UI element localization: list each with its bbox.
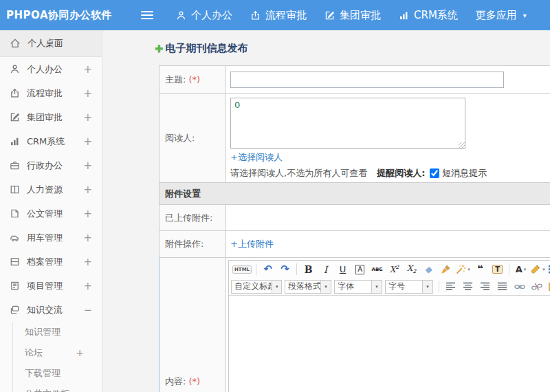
toolbar-separator: [509, 263, 509, 275]
brush-icon: [441, 264, 451, 274]
nav-group-approval[interactable]: 集团审批: [316, 0, 390, 30]
sidebar-item-group-approval[interactable]: 集团审批+: [0, 105, 102, 129]
font-border-button[interactable]: A: [352, 263, 368, 276]
superscript-button[interactable]: X2: [386, 263, 402, 276]
content-label: 内容:: [165, 376, 186, 386]
attachment-action-label: 附件操作:: [165, 239, 204, 249]
nav-crm-system[interactable]: CRM系统: [390, 0, 467, 30]
nav-process-approval[interactable]: 流程审批: [241, 0, 316, 30]
sidebar-item-personal-office[interactable]: 个人办公+: [0, 57, 102, 81]
sidebar-item-document-mgmt[interactable]: 公文管理+: [0, 202, 102, 226]
undo-icon: ↶: [263, 264, 272, 274]
expand-icon[interactable]: +: [83, 256, 92, 268]
readers-textarea[interactable]: 0: [230, 98, 465, 149]
expand-icon[interactable]: +: [83, 160, 92, 172]
sidebar-item-knowledge-exchange[interactable]: 知识交流−: [0, 298, 102, 322]
paste-text-button[interactable]: T: [490, 263, 505, 276]
editor-content-area[interactable]: [229, 296, 550, 392]
caret-down-icon[interactable]: ▾: [320, 281, 331, 293]
sidebar-item-personal-desktop[interactable]: 个人桌面: [0, 30, 102, 57]
subscript-button[interactable]: X2: [404, 263, 419, 276]
expand-icon[interactable]: +: [83, 87, 92, 100]
upload-attachment-link[interactable]: +上传附件: [230, 239, 274, 249]
unlink-button[interactable]: [529, 280, 544, 294]
insert-image-button[interactable]: [546, 280, 550, 294]
main-content: ✚ 电子期刊信息发布 主题: (*) 阅读人: 0 +选择阅读: [102, 30, 550, 392]
align-left-button[interactable]: [443, 280, 459, 294]
toolbar-separator: [296, 263, 297, 275]
sidebar-item-project-mgmt[interactable]: 项目管理+: [0, 274, 102, 298]
align-center-icon: [463, 281, 473, 292]
uploaded-attachments-label: 已上传附件:: [165, 213, 212, 223]
expand-icon[interactable]: +: [83, 135, 92, 148]
nav-personal-office[interactable]: 个人办公: [167, 0, 241, 30]
sidebar-subitem-forum[interactable]: 论坛+: [13, 342, 102, 363]
underline-button[interactable]: U: [335, 263, 351, 276]
select-value: 字号: [386, 281, 405, 292]
sidebar-item-archive-mgmt[interactable]: 档案管理+: [0, 250, 102, 274]
highlight-button[interactable]: ▾: [530, 263, 546, 276]
sidebar-subitem-download-mgmt[interactable]: 下载管理: [13, 363, 102, 384]
topbar-nav: 个人办公流程审批集团审批CRM系统更多应用▾: [167, 0, 536, 30]
expand-icon[interactable]: +: [83, 63, 92, 76]
font-family-select[interactable]: 字体▾: [334, 280, 382, 294]
sidebar-subitem-label: 知识管理: [25, 326, 60, 338]
toolbar-separator: [256, 263, 256, 275]
expand-icon[interactable]: +: [83, 111, 92, 124]
sidebar-item-vehicle-mgmt[interactable]: 用车管理+: [0, 226, 102, 250]
expand-icon[interactable]: +: [83, 184, 92, 196]
blockquote-button[interactable]: ❝: [472, 263, 488, 276]
expand-icon[interactable]: +: [83, 280, 92, 292]
sms-remind-checkbox[interactable]: [430, 168, 439, 178]
nav-more-apps[interactable]: 更多应用▾: [467, 0, 536, 30]
sidebar-item-admin-office[interactable]: 行政办公+: [0, 153, 102, 177]
redo-icon: ↷: [280, 264, 289, 274]
select-readers-link[interactable]: +选择阅读人: [230, 152, 283, 162]
paragraph-select[interactable]: 段落格式▾: [285, 280, 331, 294]
toolbar-separator: [439, 281, 439, 292]
auto-typeset-button[interactable]: ▾: [455, 263, 471, 276]
sidebar-item-label: CRM系统: [27, 135, 83, 148]
font-size-select[interactable]: 字号▾: [385, 280, 433, 294]
chart-icon: [399, 10, 409, 21]
undo-button[interactable]: ↶: [260, 263, 276, 276]
italic-button[interactable]: I: [318, 263, 333, 276]
link-button[interactable]: [512, 280, 527, 294]
expand-icon[interactable]: +: [76, 347, 84, 358]
eraser-button[interactable]: ◆: [421, 263, 437, 276]
align-center-button[interactable]: [460, 280, 476, 294]
caret-down-icon[interactable]: ▾: [422, 281, 432, 293]
sidebar-subitem-public-cabinet[interactable]: 公共文件柜: [13, 384, 102, 392]
doc-icon: [10, 208, 20, 219]
sidebar-item-label: 用车管理: [27, 232, 83, 244]
font-color-button[interactable]: A▾: [513, 263, 529, 276]
sidebar-subitem-knowledge-mgmt[interactable]: 知识管理: [13, 322, 102, 342]
align-right-button[interactable]: [477, 280, 493, 294]
sidebar-item-label: 人力资源: [27, 184, 83, 196]
topbar: PHPOA协同办公软件 个人办公流程审批集团审批CRM系统更多应用▾: [0, 0, 550, 30]
attachment-section-row: 附件设置: [160, 183, 550, 205]
select-value: 段落格式: [285, 281, 320, 292]
subject-input[interactable]: [230, 72, 504, 88]
caret-down-icon[interactable]: ▾: [272, 281, 281, 293]
ordered-list-button[interactable]: ▾: [547, 263, 550, 276]
sidebar-item-human-resources[interactable]: 人力资源+: [0, 177, 102, 202]
justify-button[interactable]: [494, 280, 510, 294]
custom-title-select[interactable]: 自定义标题▾: [231, 280, 282, 294]
sidebar-item-process-approval[interactable]: 流程审批+: [0, 81, 102, 105]
format-painter-button[interactable]: [438, 263, 454, 276]
menu-toggle-button[interactable]: [141, 11, 153, 20]
link-icon: [514, 281, 525, 292]
collapse-icon[interactable]: −: [83, 304, 92, 316]
select-value: 字体: [335, 281, 354, 292]
bold-button[interactable]: B: [300, 263, 316, 276]
strikethrough-button[interactable]: ABC: [369, 263, 385, 276]
caret-down-icon[interactable]: ▾: [371, 281, 382, 293]
expand-icon[interactable]: +: [83, 208, 92, 220]
redo-button[interactable]: ↷: [277, 263, 293, 276]
source-code-button[interactable]: HTML: [232, 263, 252, 276]
editor-toolbar-row2: 自定义标题▾段落格式▾字体▾字号▾: [229, 278, 550, 296]
expand-icon[interactable]: +: [83, 232, 92, 244]
readers-note-text: 请选择阅读人,不选为所有人可查看: [230, 167, 367, 179]
sidebar-item-crm-system[interactable]: CRM系统+: [0, 129, 102, 153]
